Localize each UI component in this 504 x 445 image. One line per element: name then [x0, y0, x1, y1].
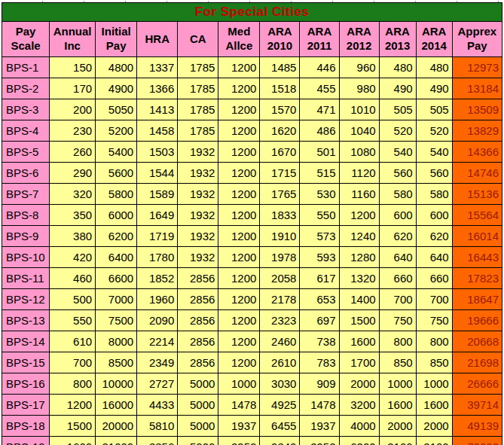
value-cell: 573: [300, 226, 339, 247]
value-cell: 2000: [416, 416, 452, 437]
value-cell: 2214: [137, 331, 178, 352]
value-cell: 1010: [339, 99, 379, 120]
value-cell: 3100: [379, 437, 416, 445]
value-cell: 1960: [137, 289, 178, 310]
value-cell: 6455: [260, 416, 300, 437]
value-cell: 1932: [178, 184, 218, 205]
value-cell: 560: [416, 163, 452, 184]
value-cell: 6000: [96, 205, 137, 226]
value-cell: 7500: [96, 310, 137, 331]
value-cell: 1120: [339, 163, 379, 184]
value-cell: 1600: [379, 395, 416, 416]
value-cell: 1719: [137, 226, 178, 247]
value-cell: 783: [300, 352, 339, 373]
value-cell: 1240: [339, 226, 379, 247]
value-cell: 1600: [339, 331, 379, 352]
value-cell: 480: [416, 57, 452, 78]
value-cell: 16000: [96, 395, 137, 416]
value-cell: 1785: [178, 57, 218, 78]
pay-scale-label: BPS-1: [2, 57, 50, 78]
value-cell: 1320: [339, 268, 379, 289]
table-title: For Special Cities: [2, 3, 502, 22]
column-header-row: Pay ScaleAnnual IncInitial PayHRACAMed A…: [2, 22, 502, 57]
value-cell: 1478: [300, 395, 339, 416]
value-cell: 520: [379, 120, 416, 142]
apprex-pay-cell: 15136: [452, 184, 502, 205]
value-cell: 530: [300, 184, 339, 205]
table-row: BPS-217049001366178512001518455980490490…: [2, 78, 502, 99]
value-cell: 909: [300, 373, 339, 395]
table-row: BPS-115048001337178512001485446960480480…: [2, 57, 502, 78]
table-row: BPS-181500200005810500019376455193740002…: [2, 416, 502, 437]
column-header-pay-scale: Pay Scale: [2, 22, 50, 57]
value-cell: 1910: [260, 226, 300, 247]
value-cell: 1200: [218, 120, 260, 142]
value-cell: 1200: [218, 268, 260, 289]
value-cell: 640: [416, 247, 452, 268]
value-cell: 1620: [260, 120, 300, 142]
value-cell: 1080: [339, 142, 379, 163]
column-header-ara-2013: ARA 2013: [379, 22, 416, 57]
value-cell: 1500: [339, 310, 379, 331]
table-row: BPS-146108000221428561200246073816008008…: [2, 331, 502, 352]
table-row: BPS-114606600185228561200205861713206606…: [2, 268, 502, 289]
apprex-pay-cell: 20668: [452, 331, 502, 352]
value-cell: 6200: [96, 226, 137, 247]
value-cell: 4900: [96, 78, 137, 99]
value-cell: 5000: [178, 395, 218, 416]
table-row: BPS-171200160004433500014784925147832001…: [2, 395, 502, 416]
value-cell: 420: [50, 247, 96, 268]
value-cell: 6400: [96, 247, 137, 268]
column-header-apprex-pay: Apprex Pay: [452, 22, 502, 57]
value-cell: 480: [379, 57, 416, 78]
value-cell: 1589: [137, 184, 178, 205]
value-cell: 1600: [50, 437, 96, 445]
value-cell: 230: [50, 120, 96, 142]
value-cell: 800: [416, 331, 452, 352]
apprex-pay-cell: 19666: [452, 310, 502, 331]
value-cell: 1400: [339, 289, 379, 310]
pay-scale-table: For Special Cities Pay ScaleAnnual IncIn…: [2, 2, 502, 445]
value-cell: 1413: [137, 99, 178, 120]
pay-scale-label: BPS-5: [2, 142, 50, 163]
column-header-annual-inc: Annual Inc: [50, 22, 96, 57]
pay-scale-label: BPS-11: [2, 268, 50, 289]
value-cell: 5000: [178, 437, 218, 445]
apprex-pay-cell: 13829: [452, 120, 502, 142]
value-cell: 1570: [260, 99, 300, 120]
value-cell: 2000: [339, 373, 379, 395]
value-cell: 2856: [178, 331, 218, 352]
value-cell: 9840: [260, 437, 300, 445]
value-cell: 6600: [96, 268, 137, 289]
value-cell: 1765: [260, 184, 300, 205]
value-cell: 1000: [416, 373, 452, 395]
value-cell: 2178: [260, 289, 300, 310]
value-cell: 2952: [300, 437, 339, 445]
value-cell: 2610: [260, 352, 300, 373]
value-cell: 6200: [339, 437, 379, 445]
pay-scale-label: BPS-3: [2, 99, 50, 120]
apprex-pay-cell: 26666: [452, 373, 502, 395]
value-cell: 2000: [379, 416, 416, 437]
value-cell: 2460: [260, 331, 300, 352]
value-cell: 1649: [137, 205, 178, 226]
value-cell: 2856: [178, 310, 218, 331]
table-row: BPS-320050501413178512001570471101050550…: [2, 99, 502, 120]
value-cell: 750: [416, 310, 452, 331]
table-row: BPS-125007000196028561200217865314007007…: [2, 289, 502, 310]
table-row: BPS-835060001649193212001833550120060060…: [2, 205, 502, 226]
value-cell: 540: [379, 142, 416, 163]
value-cell: 505: [416, 99, 452, 120]
value-cell: 2349: [137, 352, 178, 373]
value-cell: 8500: [96, 352, 137, 373]
value-cell: 1978: [260, 247, 300, 268]
value-cell: 617: [300, 268, 339, 289]
value-cell: 1280: [339, 247, 379, 268]
apprex-pay-cell: 73000: [452, 437, 502, 445]
value-cell: 3030: [260, 373, 300, 395]
table-row: BPS-526054001503193212001670501108054054…: [2, 142, 502, 163]
pay-scale-label: BPS-18: [2, 416, 50, 437]
value-cell: 2856: [178, 289, 218, 310]
value-cell: 1670: [260, 142, 300, 163]
apprex-pay-cell: 13509: [452, 99, 502, 120]
